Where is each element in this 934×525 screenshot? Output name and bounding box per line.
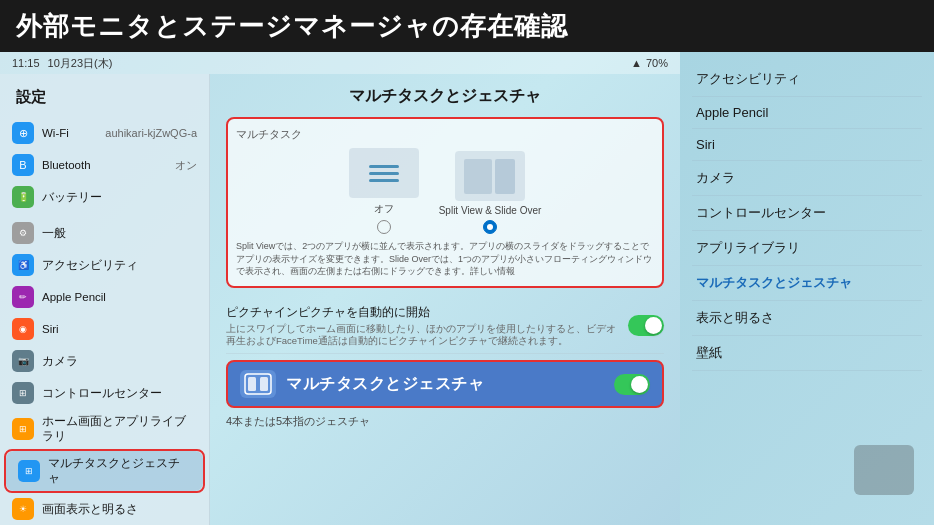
- highlight-label: マルチタスクとジェスチャ: [286, 374, 484, 395]
- wifi-value: auhikari-kjZwQG-a: [105, 127, 197, 139]
- page-title: 外部モニタとステージマネージャの存在確認: [16, 9, 568, 44]
- general-icon: ⚙: [12, 222, 34, 244]
- highlight-icon: [240, 370, 276, 398]
- ipad-body: 設定 ⊕ Wi-Fi auhikari-kjZwQG-a B Bluetooth…: [0, 74, 680, 525]
- main-content: 11:15 10月23日(木) ▲ 70% 設定 ⊕ Wi-Fi auhikar…: [0, 52, 934, 525]
- option-split-icon: [455, 151, 525, 201]
- gesture-section-label: 4本または5本指のジェスチャ: [226, 408, 664, 433]
- pip-label-group: ピクチャインピクチャを自動的に開始 上にスワイプしてホーム画面に移動したり、ほか…: [226, 304, 620, 348]
- option-split-radio[interactable]: [483, 220, 497, 234]
- line3: [369, 179, 399, 182]
- right-item-wallpaper: 壁紙: [692, 336, 922, 371]
- line2: [369, 172, 399, 175]
- right-panel: アクセシビリティ Apple Pencil Siri カメラ コントロールセンタ…: [680, 52, 934, 525]
- camera-icon: 📷: [12, 350, 34, 372]
- option-split[interactable]: Split View & Slide Over: [439, 151, 542, 234]
- sidebar-item-multitask-wrapper: ⊞ マルチタスクとジェスチャ: [4, 449, 205, 493]
- sidebar-item-wifi[interactable]: ⊕ Wi-Fi auhikari-kjZwQG-a: [0, 117, 209, 149]
- multitask-description: Split Viewでは、2つのアプリが横に並んで表示されます。アプリの横のスラ…: [236, 240, 654, 278]
- apple-pencil-icon: ✏: [12, 286, 34, 308]
- right-item-camera: カメラ: [692, 161, 922, 196]
- sidebar-item-accessibility[interactable]: ♿ アクセシビリティ: [0, 249, 209, 281]
- main-panel: マルチタスクとジェスチャ マルチタスク: [210, 74, 680, 525]
- wifi-icon: ▲: [631, 57, 642, 69]
- bluetooth-value: オン: [175, 158, 197, 173]
- home-apps-label: ホーム画面とアプリライブラリ: [42, 414, 197, 444]
- multitask-gesture-knob: [631, 376, 648, 393]
- status-bar: 11:15 10月23日(木) ▲ 70%: [0, 52, 680, 74]
- sidebar-item-general[interactable]: ⚙ 一般: [0, 217, 209, 249]
- multitask-icon: ⊞: [18, 460, 40, 482]
- multitask-section: マルチタスク オフ: [226, 117, 664, 288]
- apple-pencil-label: Apple Pencil: [42, 291, 197, 303]
- general-label: 一般: [42, 226, 197, 241]
- siri-icon: ◉: [12, 318, 34, 340]
- pip-knob: [645, 317, 662, 334]
- option-off-label: オフ: [374, 202, 394, 216]
- right-item-siri: Siri: [692, 129, 922, 161]
- pip-title: ピクチャインピクチャを自動的に開始: [226, 304, 620, 321]
- right-item-control-center: コントロールセンター: [692, 196, 922, 231]
- lines-graphic: [369, 165, 399, 182]
- sidebar-item-control-center[interactable]: ⊞ コントロールセンター: [0, 377, 209, 409]
- multitask-label: マルチタスクとジェスチャ: [48, 456, 191, 486]
- home-apps-icon: ⊞: [12, 418, 34, 440]
- control-center-label: コントロールセンター: [42, 386, 197, 401]
- split-left: [464, 159, 492, 194]
- status-right: ▲ 70%: [631, 57, 668, 69]
- right-item-display: 表示と明るさ: [692, 301, 922, 336]
- right-item-accessibility: アクセシビリティ: [692, 62, 922, 97]
- option-split-label: Split View & Slide Over: [439, 205, 542, 216]
- sidebar-item-battery[interactable]: 🔋 バッテリー: [0, 181, 209, 213]
- wifi-icon: ⊕: [12, 122, 34, 144]
- ipad-screen: 11:15 10月23日(木) ▲ 70% 設定 ⊕ Wi-Fi auhikar…: [0, 52, 680, 525]
- pip-toggle[interactable]: [628, 315, 664, 336]
- multitask-gesture-toggle[interactable]: [614, 374, 650, 395]
- split-right: [495, 159, 515, 194]
- bluetooth-icon: B: [12, 154, 34, 176]
- battery-text: 70%: [646, 57, 668, 69]
- sidebar-item-camera[interactable]: 📷 カメラ: [0, 345, 209, 377]
- multitask-gesture-highlight: マルチタスクとジェスチャ: [226, 360, 664, 408]
- multitask-section-label: マルチタスク: [236, 127, 654, 142]
- option-off-icon: [349, 148, 419, 198]
- svg-rect-2: [260, 377, 268, 391]
- pip-desc: 上にスワイプしてホーム画面に移動したり、ほかのアプリを使用したりすると、ビデオ再…: [226, 323, 620, 348]
- sidebar-item-multitask[interactable]: ⊞ マルチタスクとジェスチャ: [6, 451, 203, 491]
- svg-rect-1: [248, 377, 256, 391]
- sidebar-item-siri[interactable]: ◉ Siri: [0, 313, 209, 345]
- bluetooth-label: Bluetooth: [42, 159, 175, 171]
- title-bar: 外部モニタとステージマネージャの存在確認: [0, 0, 934, 52]
- siri-label: Siri: [42, 323, 197, 335]
- battery-icon: 🔋: [12, 186, 34, 208]
- right-item-multitask: マルチタスクとジェスチャ: [692, 266, 922, 301]
- accessibility-icon: ♿: [12, 254, 34, 276]
- display-icon: ☀: [12, 498, 34, 520]
- battery-label: バッテリー: [42, 190, 197, 205]
- date: 10月23日(木): [48, 56, 113, 71]
- control-center-icon: ⊞: [12, 382, 34, 404]
- status-left: 11:15 10月23日(木): [12, 56, 112, 71]
- camera-label: カメラ: [42, 354, 197, 369]
- panel-title: マルチタスクとジェスチャ: [226, 86, 664, 107]
- cable-decoration: [854, 445, 914, 495]
- right-item-apps: アプリライブラリ: [692, 231, 922, 266]
- multitask-options: オフ Split View & Slide Over: [236, 148, 654, 234]
- wifi-label: Wi-Fi: [42, 127, 105, 139]
- sidebar: 設定 ⊕ Wi-Fi auhikari-kjZwQG-a B Bluetooth…: [0, 74, 210, 525]
- option-off[interactable]: オフ: [349, 148, 419, 234]
- sidebar-item-display[interactable]: ☀ 画面表示と明るさ: [0, 493, 209, 525]
- right-item-apple-pencil: Apple Pencil: [692, 97, 922, 129]
- display-label: 画面表示と明るさ: [42, 502, 197, 517]
- pip-toggle-row: ピクチャインピクチャを自動的に開始 上にスワイプしてホーム画面に移動したり、ほか…: [226, 298, 664, 355]
- line1: [369, 165, 399, 168]
- option-off-radio[interactable]: [377, 220, 391, 234]
- sidebar-item-apple-pencil[interactable]: ✏ Apple Pencil: [0, 281, 209, 313]
- sidebar-item-bluetooth[interactable]: B Bluetooth オン: [0, 149, 209, 181]
- sidebar-title: 設定: [0, 82, 209, 117]
- sidebar-item-home-apps[interactable]: ⊞ ホーム画面とアプリライブラリ: [0, 409, 209, 449]
- split-graphic: [464, 159, 515, 194]
- time: 11:15: [12, 57, 40, 69]
- accessibility-label: アクセシビリティ: [42, 258, 197, 273]
